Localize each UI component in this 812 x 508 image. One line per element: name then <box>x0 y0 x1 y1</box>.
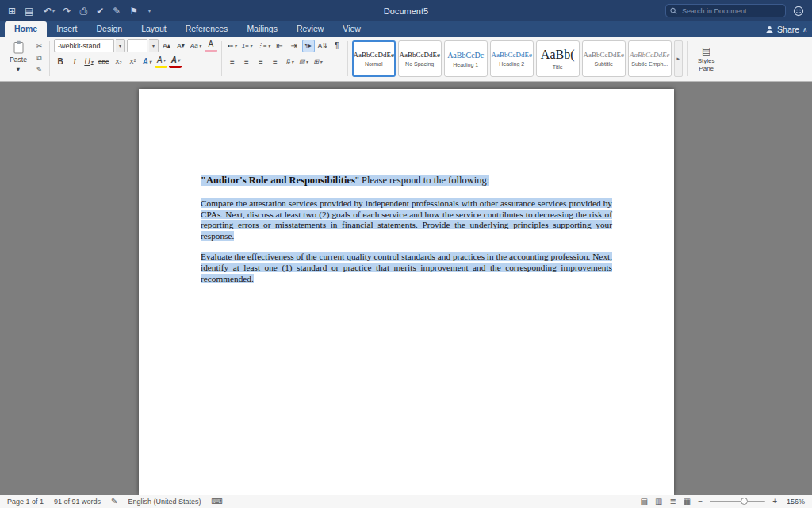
document-paragraph-1[interactable]: Compare the attestation services provide… <box>201 198 612 241</box>
tab-home[interactable]: Home <box>5 21 47 37</box>
borders-button[interactable]: ⊞▾ <box>312 56 324 68</box>
tab-layout[interactable]: Layout <box>132 21 176 37</box>
style-heading-2[interactable]: AaBbCcDdEe Heading 2 <box>490 40 534 77</box>
view-switcher-icon[interactable]: ⊞ <box>8 6 16 16</box>
page[interactable]: "Auditor's Role and Responsibilities" Pl… <box>139 89 674 495</box>
search-box[interactable] <box>665 4 786 17</box>
save-icon[interactable]: ▤ <box>25 6 33 16</box>
copy-icon[interactable]: ⧉ <box>33 53 45 64</box>
tab-references[interactable]: References <box>176 21 238 37</box>
show-marks-icon[interactable]: ¶ <box>331 40 343 52</box>
page-content[interactable]: "Auditor's Role and Responsibilities" Pl… <box>139 89 674 284</box>
zoom-slider[interactable] <box>710 501 765 502</box>
document-paragraph-2[interactable]: Evaluate the effectiveness of the curren… <box>201 252 612 284</box>
subscript-button[interactable]: X₂ <box>112 56 124 68</box>
align-center-icon[interactable]: ≡ <box>240 56 253 68</box>
bullets-button[interactable]: •≡▾ <box>226 40 239 52</box>
font-name-dropdown-icon[interactable]: ▾ <box>116 39 125 52</box>
clear-formatting-button[interactable]: A <box>205 40 217 52</box>
proofing-status-icon[interactable]: ✎ <box>111 498 117 506</box>
draw-icon[interactable]: ✎ <box>113 6 121 16</box>
language-selector[interactable]: English (United States) <box>128 498 201 506</box>
align-right-icon[interactable]: ≡ <box>255 56 267 68</box>
share-button[interactable]: Share ∧ <box>765 25 807 37</box>
style-subtitle[interactable]: AaBbCcDdEe Subtitle <box>582 40 626 77</box>
highlight-dropdown-icon[interactable]: ▾ <box>163 58 166 63</box>
shrink-font-button[interactable]: A▾ <box>174 40 187 52</box>
style-no-spacing[interactable]: AaBbCcDdEe No Spacing <box>398 40 442 77</box>
strikethrough-button[interactable]: abe <box>97 56 110 68</box>
undo-dropdown-icon[interactable]: ▾ <box>52 9 54 13</box>
styles-gallery-expand-icon[interactable]: ▸ <box>674 40 683 77</box>
multilevel-dropdown-icon[interactable]: ▾ <box>268 44 270 48</box>
grow-font-button[interactable]: A▴ <box>160 40 173 52</box>
paste-dropdown-icon[interactable]: ▾ <box>17 65 20 73</box>
zoom-out-icon[interactable]: − <box>698 498 703 506</box>
underline-button[interactable]: U▾ <box>82 56 95 68</box>
superscript-button[interactable]: X² <box>126 56 139 68</box>
keyboard-icon[interactable]: ⌨ <box>212 498 223 506</box>
print-layout-view-icon[interactable]: ▤ <box>641 498 648 506</box>
zoom-in-icon[interactable]: + <box>772 498 777 506</box>
borders-dropdown-icon[interactable]: ▾ <box>320 60 322 64</box>
font-name-combo[interactable]: -webkit-stand... <box>54 39 114 52</box>
document-heading[interactable]: "Auditor's Role and Responsibilities" Pl… <box>201 175 612 187</box>
word-count[interactable]: 91 of 91 words <box>54 498 101 506</box>
paste-button[interactable]: Paste ▾ <box>5 39 32 79</box>
zoom-level[interactable]: 156% <box>784 498 805 506</box>
undo-button[interactable]: ↶▾ <box>42 6 54 16</box>
sort-icon[interactable]: A⇅ <box>316 40 329 52</box>
style-subtle-emphasis[interactable]: AaBbCcDdEe Subtle Emph... <box>628 40 672 77</box>
cut-icon[interactable]: ✂ <box>33 41 45 52</box>
outdent-icon[interactable]: ⇤ <box>274 40 286 52</box>
shading-button[interactable]: ▨▾ <box>297 56 310 68</box>
feedback-smiley-icon[interactable] <box>793 6 804 17</box>
outline-view-icon[interactable]: ≣ <box>669 498 676 506</box>
spellcheck-icon[interactable]: ✔ <box>96 6 104 16</box>
change-case-button[interactable]: Aa▾ <box>189 40 203 52</box>
align-justify-icon[interactable]: ≡ <box>269 56 282 68</box>
tab-insert[interactable]: Insert <box>47 21 86 37</box>
text-direction-icon[interactable]: ¶▸ <box>302 40 315 52</box>
toolbar-options-icon[interactable]: ▾ <box>148 9 151 13</box>
tab-mailings[interactable]: Mailings <box>237 21 287 37</box>
font-color-button[interactable]: A▾ <box>169 56 182 68</box>
redo-icon[interactable]: ↷ <box>63 6 71 16</box>
font-size-dropdown-icon[interactable]: ▾ <box>149 39 159 52</box>
font-size-combo[interactable] <box>127 39 147 52</box>
text-effects-dropdown-icon[interactable]: ▾ <box>149 60 151 64</box>
document-canvas[interactable]: "Auditor's Role and Responsibilities" Pl… <box>0 82 812 495</box>
tab-view[interactable]: View <box>333 21 370 37</box>
format-painter-icon[interactable]: ✎ <box>33 65 45 75</box>
shading-dropdown-icon[interactable]: ▾ <box>306 60 308 64</box>
change-case-dropdown-icon[interactable]: ▾ <box>199 44 201 48</box>
numbering-dropdown-icon[interactable]: ▾ <box>250 44 252 48</box>
numbering-button[interactable]: 1≡▾ <box>240 40 254 52</box>
indent-icon[interactable]: ⇥ <box>288 40 301 52</box>
highlight-color-button[interactable]: A▾ <box>155 56 167 68</box>
search-input[interactable] <box>680 6 781 16</box>
multilevel-list-button[interactable]: ⋮≡▾ <box>255 40 272 52</box>
italic-button[interactable]: I <box>68 56 81 68</box>
line-spacing-button[interactable]: ⇅▾ <box>283 56 296 68</box>
tab-review[interactable]: Review <box>287 21 333 37</box>
align-left-icon[interactable]: ≡ <box>226 56 239 68</box>
styles-pane-button[interactable]: ▤ Styles Pane <box>691 39 722 79</box>
zoom-slider-knob[interactable] <box>741 498 748 505</box>
print-icon[interactable]: ⎙ <box>80 6 88 16</box>
tab-design[interactable]: Design <box>86 21 132 37</box>
page-count[interactable]: Page 1 of 1 <box>7 498 44 506</box>
line-spacing-dropdown-icon[interactable]: ▾ <box>291 60 293 64</box>
style-title[interactable]: AaBb( Title <box>536 40 580 77</box>
font-color-dropdown-icon[interactable]: ▾ <box>178 58 180 63</box>
text-effects-button[interactable]: A▾ <box>140 56 153 68</box>
style-heading-1[interactable]: AaBbCcDc Heading 1 <box>444 40 488 77</box>
share-chevron-icon[interactable]: ∧ <box>802 26 807 33</box>
underline-dropdown-icon[interactable]: ▾ <box>91 60 94 64</box>
style-normal[interactable]: AaBbCcDdEe Normal <box>352 40 396 77</box>
bold-button[interactable]: B <box>54 56 67 68</box>
bullets-dropdown-icon[interactable]: ▾ <box>235 44 237 48</box>
web-layout-view-icon[interactable]: ▥ <box>655 498 662 506</box>
draft-view-icon[interactable]: ▦ <box>684 498 691 506</box>
flag-icon[interactable]: ⚑ <box>129 6 138 16</box>
